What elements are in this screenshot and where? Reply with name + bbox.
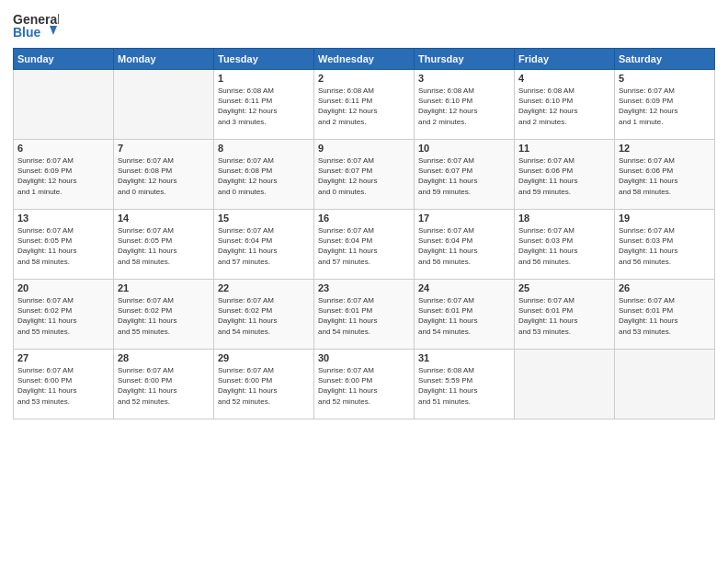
weekday-header-friday: Friday	[515, 49, 615, 70]
calendar-cell: 9Sunrise: 6:07 AM Sunset: 6:07 PM Daylig…	[314, 140, 415, 210]
svg-marker-2	[50, 26, 57, 35]
calendar-cell	[14, 70, 114, 140]
day-number: 2	[318, 73, 410, 84]
calendar-cell: 30Sunrise: 6:07 AM Sunset: 6:00 PM Dayli…	[314, 350, 415, 419]
day-number: 1	[218, 73, 310, 84]
day-info: Sunrise: 6:07 AM Sunset: 6:02 PM Dayligh…	[118, 295, 210, 337]
weekday-header-sunday: Sunday	[14, 49, 114, 70]
calendar-cell: 13Sunrise: 6:07 AM Sunset: 6:05 PM Dayli…	[14, 210, 114, 280]
weekday-header-thursday: Thursday	[415, 49, 515, 70]
calendar-cell	[515, 350, 615, 419]
day-info: Sunrise: 6:07 AM Sunset: 6:05 PM Dayligh…	[118, 225, 210, 267]
calendar-cell: 11Sunrise: 6:07 AM Sunset: 6:06 PM Dayli…	[515, 140, 615, 210]
day-number: 21	[118, 282, 210, 293]
day-number: 8	[218, 143, 310, 154]
day-info: Sunrise: 6:07 AM Sunset: 6:07 PM Dayligh…	[318, 155, 410, 197]
calendar-cell: 23Sunrise: 6:07 AM Sunset: 6:01 PM Dayli…	[314, 280, 415, 350]
header: GeneralBlue	[13, 9, 715, 42]
day-number: 31	[418, 352, 510, 363]
day-info: Sunrise: 6:07 AM Sunset: 6:00 PM Dayligh…	[118, 365, 210, 407]
day-info: Sunrise: 6:07 AM Sunset: 6:06 PM Dayligh…	[619, 155, 711, 197]
calendar-cell: 3Sunrise: 6:08 AM Sunset: 6:10 PM Daylig…	[415, 70, 515, 140]
day-info: Sunrise: 6:07 AM Sunset: 6:01 PM Dayligh…	[518, 295, 610, 337]
day-info: Sunrise: 6:08 AM Sunset: 6:10 PM Dayligh…	[518, 86, 610, 127]
calendar-cell: 14Sunrise: 6:07 AM Sunset: 6:05 PM Dayli…	[114, 210, 214, 280]
calendar-cell: 20Sunrise: 6:07 AM Sunset: 6:02 PM Dayli…	[14, 280, 114, 350]
day-number: 7	[118, 143, 210, 154]
weekday-header-saturday: Saturday	[615, 49, 715, 70]
day-number: 6	[17, 143, 109, 154]
calendar-cell: 5Sunrise: 6:07 AM Sunset: 6:09 PM Daylig…	[615, 70, 715, 140]
day-number: 4	[518, 73, 610, 84]
weekday-header-row: SundayMondayTuesdayWednesdayThursdayFrid…	[14, 49, 715, 70]
day-info: Sunrise: 6:07 AM Sunset: 6:06 PM Dayligh…	[518, 155, 610, 197]
calendar-cell: 1Sunrise: 6:08 AM Sunset: 6:11 PM Daylig…	[214, 70, 314, 140]
day-info: Sunrise: 6:07 AM Sunset: 6:01 PM Dayligh…	[418, 295, 510, 337]
day-info: Sunrise: 6:07 AM Sunset: 6:03 PM Dayligh…	[619, 225, 711, 267]
calendar-cell: 19Sunrise: 6:07 AM Sunset: 6:03 PM Dayli…	[615, 210, 715, 280]
calendar-cell: 28Sunrise: 6:07 AM Sunset: 6:00 PM Dayli…	[114, 350, 214, 419]
calendar-cell	[615, 350, 715, 419]
weekday-header-wednesday: Wednesday	[314, 49, 415, 70]
calendar-cell: 2Sunrise: 6:08 AM Sunset: 6:11 PM Daylig…	[314, 70, 415, 140]
day-number: 19	[619, 213, 711, 224]
day-info: Sunrise: 6:07 AM Sunset: 6:00 PM Dayligh…	[318, 365, 410, 407]
day-info: Sunrise: 6:07 AM Sunset: 6:09 PM Dayligh…	[17, 155, 109, 197]
day-number: 12	[619, 143, 711, 154]
day-number: 23	[318, 282, 410, 293]
weekday-header-monday: Monday	[114, 49, 214, 70]
week-row-4: 20Sunrise: 6:07 AM Sunset: 6:02 PM Dayli…	[14, 280, 715, 350]
day-info: Sunrise: 6:08 AM Sunset: 6:10 PM Dayligh…	[418, 86, 510, 127]
day-info: Sunrise: 6:07 AM Sunset: 6:00 PM Dayligh…	[218, 365, 310, 407]
day-info: Sunrise: 6:07 AM Sunset: 6:08 PM Dayligh…	[118, 155, 210, 197]
calendar-cell: 16Sunrise: 6:07 AM Sunset: 6:04 PM Dayli…	[314, 210, 415, 280]
day-number: 25	[518, 282, 610, 293]
day-number: 18	[518, 213, 610, 224]
svg-text:Blue: Blue	[13, 25, 41, 40]
day-number: 29	[218, 352, 310, 363]
day-number: 15	[218, 213, 310, 224]
day-number: 10	[418, 143, 510, 154]
week-row-1: 1Sunrise: 6:08 AM Sunset: 6:11 PM Daylig…	[14, 70, 715, 140]
day-number: 30	[318, 352, 410, 363]
day-number: 14	[118, 213, 210, 224]
day-number: 11	[518, 143, 610, 154]
calendar-cell: 26Sunrise: 6:07 AM Sunset: 6:01 PM Dayli…	[615, 280, 715, 350]
weekday-header-tuesday: Tuesday	[214, 49, 314, 70]
day-number: 3	[418, 73, 510, 84]
calendar-cell	[114, 70, 214, 140]
calendar-cell: 6Sunrise: 6:07 AM Sunset: 6:09 PM Daylig…	[14, 140, 114, 210]
day-number: 24	[418, 282, 510, 293]
day-info: Sunrise: 6:07 AM Sunset: 6:03 PM Dayligh…	[518, 225, 610, 267]
day-number: 20	[17, 282, 109, 293]
calendar-cell: 22Sunrise: 6:07 AM Sunset: 6:02 PM Dayli…	[214, 280, 314, 350]
day-number: 26	[619, 282, 711, 293]
day-info: Sunrise: 6:08 AM Sunset: 6:11 PM Dayligh…	[318, 86, 410, 127]
calendar-cell: 7Sunrise: 6:07 AM Sunset: 6:08 PM Daylig…	[114, 140, 214, 210]
calendar-cell: 21Sunrise: 6:07 AM Sunset: 6:02 PM Dayli…	[114, 280, 214, 350]
day-info: Sunrise: 6:07 AM Sunset: 6:01 PM Dayligh…	[619, 295, 711, 337]
week-row-2: 6Sunrise: 6:07 AM Sunset: 6:09 PM Daylig…	[14, 140, 715, 210]
day-info: Sunrise: 6:07 AM Sunset: 6:04 PM Dayligh…	[318, 225, 410, 267]
calendar-cell: 18Sunrise: 6:07 AM Sunset: 6:03 PM Dayli…	[515, 210, 615, 280]
calendar-cell: 10Sunrise: 6:07 AM Sunset: 6:07 PM Dayli…	[415, 140, 515, 210]
day-info: Sunrise: 6:07 AM Sunset: 6:00 PM Dayligh…	[17, 365, 109, 407]
calendar-cell: 12Sunrise: 6:07 AM Sunset: 6:06 PM Dayli…	[615, 140, 715, 210]
day-info: Sunrise: 6:07 AM Sunset: 6:04 PM Dayligh…	[218, 225, 310, 267]
calendar-cell: 24Sunrise: 6:07 AM Sunset: 6:01 PM Dayli…	[415, 280, 515, 350]
calendar-cell: 4Sunrise: 6:08 AM Sunset: 6:10 PM Daylig…	[515, 70, 615, 140]
calendar-cell: 15Sunrise: 6:07 AM Sunset: 6:04 PM Dayli…	[214, 210, 314, 280]
day-info: Sunrise: 6:07 AM Sunset: 6:05 PM Dayligh…	[17, 225, 109, 267]
calendar-cell: 27Sunrise: 6:07 AM Sunset: 6:00 PM Dayli…	[14, 350, 114, 419]
day-number: 9	[318, 143, 410, 154]
day-number: 5	[619, 73, 711, 84]
calendar-cell: 31Sunrise: 6:08 AM Sunset: 5:59 PM Dayli…	[415, 350, 515, 419]
calendar-table: SundayMondayTuesdayWednesdayThursdayFrid…	[13, 48, 715, 419]
day-number: 13	[17, 213, 109, 224]
week-row-5: 27Sunrise: 6:07 AM Sunset: 6:00 PM Dayli…	[14, 350, 715, 419]
day-info: Sunrise: 6:07 AM Sunset: 6:01 PM Dayligh…	[318, 295, 410, 337]
day-number: 16	[318, 213, 410, 224]
calendar-cell: 29Sunrise: 6:07 AM Sunset: 6:00 PM Dayli…	[214, 350, 314, 419]
calendar-cell: 25Sunrise: 6:07 AM Sunset: 6:01 PM Dayli…	[515, 280, 615, 350]
day-info: Sunrise: 6:08 AM Sunset: 6:11 PM Dayligh…	[218, 86, 310, 127]
